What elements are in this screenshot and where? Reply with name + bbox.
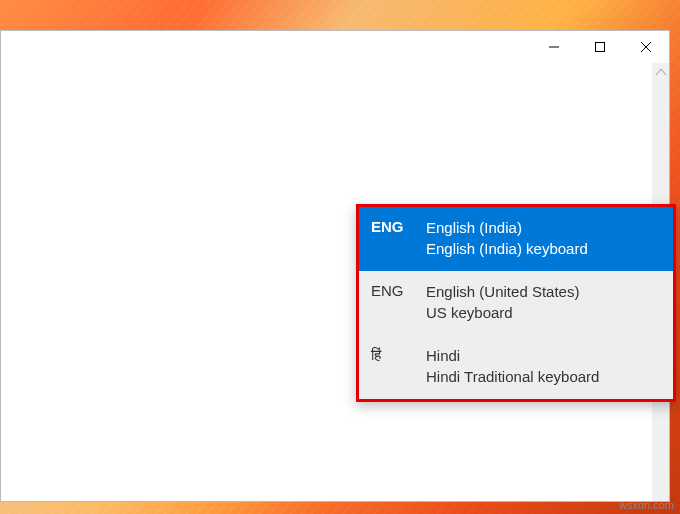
language-indicator: ENG	[371, 217, 426, 235]
maximize-icon	[595, 42, 605, 52]
language-indicator: हिं	[371, 345, 426, 364]
language-keyboard: English (India) keyboard	[426, 238, 661, 259]
window-controls	[531, 31, 669, 63]
language-keyboard: US keyboard	[426, 302, 661, 323]
language-name: English (India)	[426, 217, 661, 238]
language-name: Hindi	[426, 345, 661, 366]
language-details: Hindi Hindi Traditional keyboard	[426, 345, 661, 387]
close-icon	[641, 42, 651, 52]
minimize-button[interactable]	[531, 31, 577, 63]
language-option-english-us[interactable]: ENG English (United States) US keyboard	[359, 271, 673, 335]
minimize-icon	[549, 42, 559, 52]
language-name: English (United States)	[426, 281, 661, 302]
language-keyboard: Hindi Traditional keyboard	[426, 366, 661, 387]
scroll-up-arrow-icon[interactable]	[652, 63, 669, 80]
maximize-button[interactable]	[577, 31, 623, 63]
language-details: English (India) English (India) keyboard	[426, 217, 661, 259]
language-details: English (United States) US keyboard	[426, 281, 661, 323]
watermark: wsxdn.com	[619, 499, 674, 511]
language-option-english-india[interactable]: ENG English (India) English (India) keyb…	[359, 207, 673, 271]
language-option-hindi[interactable]: हिं Hindi Hindi Traditional keyboard	[359, 335, 673, 399]
language-indicator: ENG	[371, 281, 426, 299]
language-switcher-popup: ENG English (India) English (India) keyb…	[356, 204, 676, 402]
svg-rect-1	[596, 43, 605, 52]
close-button[interactable]	[623, 31, 669, 63]
title-bar	[1, 31, 669, 63]
